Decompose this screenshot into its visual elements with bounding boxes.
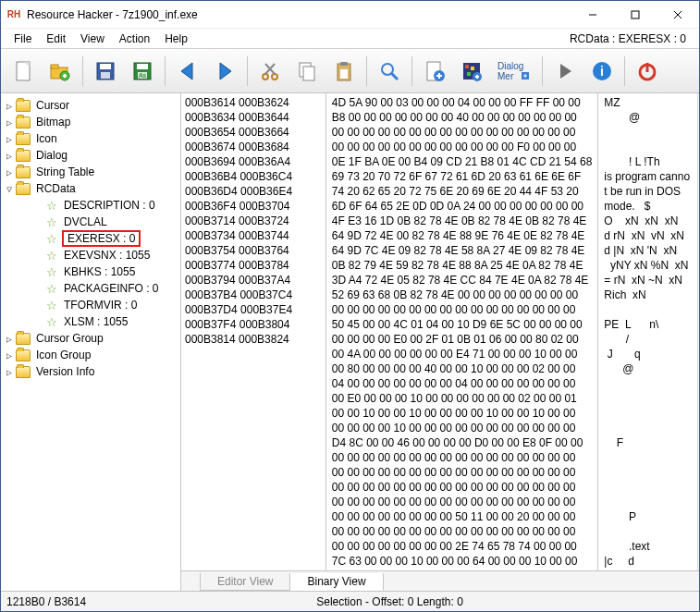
power-button[interactable] <box>631 55 664 88</box>
new-button[interactable] <box>6 55 40 88</box>
toolbar-sep <box>165 56 166 86</box>
tree-twisty-icon[interactable]: ▷ <box>3 334 16 344</box>
tree-node[interactable]: ▷Icon Group <box>3 347 178 363</box>
dialog-button[interactable]: DialogMer <box>492 55 536 88</box>
tree-node[interactable]: ☆EXERESX : 0 <box>3 230 178 247</box>
tree-label[interactable]: Bitmap <box>34 116 72 129</box>
tree-label[interactable]: Icon <box>34 132 59 145</box>
menu-view[interactable]: View <box>73 31 112 47</box>
toolbar-sep <box>247 56 248 86</box>
tree-node[interactable]: ▷Cursor Group <box>3 330 178 347</box>
arrow-left-button[interactable] <box>171 55 204 88</box>
copy-button[interactable] <box>290 55 324 88</box>
svg-rect-6 <box>51 65 58 68</box>
save-as-button[interactable]: As <box>126 55 159 88</box>
tree-node[interactable]: ▷Cursor <box>3 97 178 114</box>
svg-rect-12 <box>137 64 148 69</box>
tree-label[interactable]: EXERESX : 0 <box>62 230 141 247</box>
view-tabs: Editor View Binary View <box>181 570 699 591</box>
menu-help[interactable]: Help <box>157 31 195 47</box>
cut-button[interactable] <box>253 55 287 88</box>
tree-node[interactable]: ▷Bitmap <box>3 114 178 130</box>
tree-label[interactable]: DESCRIPTION : 0 <box>62 199 157 212</box>
resource-tree[interactable]: ▷Cursor▷Bitmap▷Icon▷Dialog▷String Table▽… <box>1 93 181 591</box>
tree-node[interactable]: ☆KBHKS : 1055 <box>3 263 178 280</box>
tree-node[interactable]: ▷Icon <box>3 130 178 147</box>
svg-rect-29 <box>465 65 469 68</box>
main-area: ▷Cursor▷Bitmap▷Icon▷Dialog▷String Table▽… <box>1 93 699 591</box>
tree-node[interactable]: ▷Version Info <box>3 363 178 380</box>
svg-text:Dialog: Dialog <box>497 61 523 71</box>
arrow-right-button[interactable] <box>208 55 241 88</box>
svg-rect-30 <box>471 67 474 70</box>
open-button[interactable] <box>43 55 77 88</box>
svg-text:Mer: Mer <box>497 71 514 81</box>
tree-twisty-icon[interactable]: ▷ <box>3 117 16 128</box>
tree-label[interactable]: Cursor Group <box>34 332 105 345</box>
tree-node[interactable]: ☆TFORMVIR : 0 <box>3 297 178 313</box>
minimize-button[interactable] <box>571 1 614 29</box>
folder-icon <box>16 150 31 162</box>
tab-editor[interactable]: Editor View <box>200 573 290 591</box>
tree-twisty-icon[interactable]: ▷ <box>3 134 16 144</box>
tree-label[interactable]: Dialog <box>34 149 69 162</box>
status-bar: 1218B0 / B3614 Selection - Offset: 0 Len… <box>1 591 699 611</box>
tree-label[interactable]: Icon Group <box>34 349 92 361</box>
tree-node[interactable]: ☆XLSM : 1055 <box>3 313 178 330</box>
info-button[interactable]: i <box>585 55 619 88</box>
window-buttons <box>571 1 699 29</box>
tree-twisty-icon[interactable]: ▽ <box>3 184 16 194</box>
svg-rect-1 <box>632 11 639 18</box>
star-icon: ☆ <box>45 299 58 312</box>
play-button[interactable] <box>548 55 582 88</box>
tree-label[interactable]: XLSM : 1055 <box>62 315 129 328</box>
tree-label[interactable]: PACKAGEINFO : 0 <box>62 282 160 295</box>
paste-button[interactable] <box>327 55 361 88</box>
toolbar-sep <box>411 56 412 86</box>
toolbar-sep <box>82 56 83 86</box>
menu-right-label: RCData : EXERESX : 0 <box>570 32 694 45</box>
tree-node[interactable]: ☆PACKAGEINFO : 0 <box>3 280 178 297</box>
add-resource-button[interactable] <box>418 55 451 88</box>
tree-node[interactable]: ☆EXEVSNX : 1055 <box>3 247 178 263</box>
tree-label[interactable]: DVCLAL <box>62 215 109 228</box>
tree-label[interactable]: Cursor <box>34 99 71 112</box>
tree-node[interactable]: ▽RCData <box>3 180 178 197</box>
tree-node[interactable]: ☆DESCRIPTION : 0 <box>3 197 178 214</box>
ascii-column: MZ @ ! L !Th is program canno t be run i… <box>598 93 696 570</box>
svg-point-15 <box>263 74 268 80</box>
find-button[interactable] <box>373 55 406 88</box>
menu-edit[interactable]: Edit <box>39 31 73 47</box>
svg-rect-10 <box>101 72 110 79</box>
svg-rect-23 <box>340 69 348 79</box>
tree-node[interactable]: ▷String Table <box>3 164 178 180</box>
star-icon: ☆ <box>45 265 58 278</box>
tree-twisty-icon[interactable]: ▷ <box>3 367 16 377</box>
tree-label[interactable]: String Table <box>34 165 96 178</box>
svg-line-25 <box>391 73 398 80</box>
star-icon: ☆ <box>45 249 58 262</box>
svg-rect-31 <box>467 72 471 76</box>
maximize-button[interactable] <box>614 1 657 29</box>
tab-binary[interactable]: Binary View <box>289 573 383 591</box>
tree-twisty-icon[interactable]: ▷ <box>3 167 16 177</box>
tree-label[interactable]: RCData <box>34 182 78 195</box>
folder-icon <box>16 349 31 361</box>
tree-label[interactable]: TFORMVIR : 0 <box>62 299 139 312</box>
svg-text:As: As <box>139 72 147 79</box>
close-button[interactable] <box>657 1 699 29</box>
tree-twisty-icon[interactable]: ▷ <box>3 101 16 111</box>
pixel-button[interactable] <box>455 55 488 88</box>
tree-node[interactable]: ▷Dialog <box>3 147 178 164</box>
tree-label[interactable]: Version Info <box>34 365 96 378</box>
menu-action[interactable]: Action <box>112 31 157 47</box>
tree-node[interactable]: ☆DVCLAL <box>3 214 178 230</box>
hex-grid[interactable]: 000B3614 000B3624 000B3634 000B3644 000B… <box>181 93 699 570</box>
tree-twisty-icon[interactable]: ▷ <box>3 151 16 161</box>
save-button[interactable] <box>89 55 122 88</box>
tree-twisty-icon[interactable]: ▷ <box>3 350 16 361</box>
tree-label[interactable]: KBHKS : 1055 <box>62 265 137 278</box>
vertical-scrollbar[interactable] <box>697 93 699 570</box>
menu-file[interactable]: File <box>6 31 39 47</box>
tree-label[interactable]: EXEVSNX : 1055 <box>62 249 152 262</box>
